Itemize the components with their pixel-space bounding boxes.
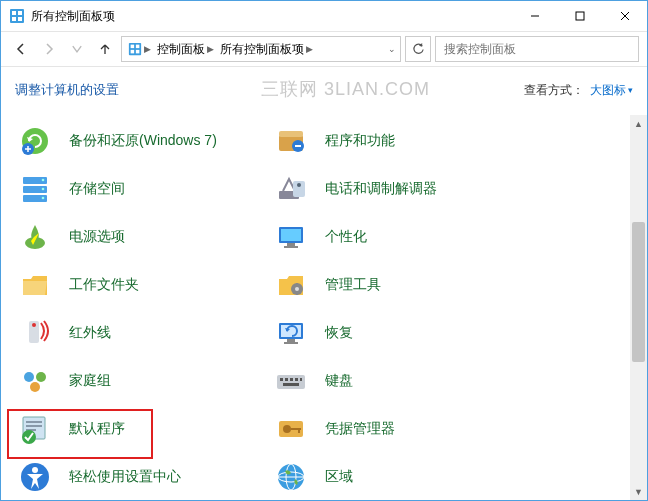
address-bar: ▶ 控制面板▶ 所有控制面板项▶ ⌄: [1, 31, 647, 67]
svg-rect-49: [277, 375, 305, 389]
cp-item-workfolders[interactable]: 工作文件夹: [15, 265, 139, 305]
homegroup-icon: [15, 361, 55, 401]
workfolders-icon: [15, 265, 55, 305]
maximize-button[interactable]: [557, 1, 602, 31]
svg-rect-52: [290, 378, 293, 381]
cp-item-personalize[interactable]: 个性化: [271, 217, 367, 257]
cp-item-power[interactable]: 电源选项: [15, 217, 125, 257]
svg-rect-57: [26, 421, 42, 423]
minimize-button[interactable]: [512, 1, 557, 31]
scroll-down-arrow[interactable]: ▼: [630, 483, 647, 500]
up-button[interactable]: [93, 37, 117, 61]
view-by-label: 查看方式：: [524, 82, 584, 99]
svg-rect-53: [295, 378, 298, 381]
cp-item-programs[interactable]: 程序和功能: [271, 121, 395, 161]
svg-rect-10: [131, 45, 135, 49]
cp-item-label: 电源选项: [69, 228, 125, 246]
cp-item-credentials[interactable]: 凭据管理器: [271, 409, 395, 449]
page-title: 调整计算机的设置: [15, 81, 524, 99]
cp-item-homegroup[interactable]: 家庭组: [15, 361, 111, 401]
control-panel-icon: [9, 8, 25, 24]
cp-item-label: 管理工具: [325, 276, 381, 294]
vertical-scrollbar[interactable]: ▲ ▼: [630, 115, 647, 500]
cp-item-ease[interactable]: 轻松使用设置中心: [15, 457, 181, 497]
cp-item-infrared[interactable]: 红外线: [15, 313, 111, 353]
cp-item-recovery[interactable]: 恢复: [271, 313, 353, 353]
svg-point-62: [283, 425, 291, 433]
svg-point-47: [36, 372, 46, 382]
control-panel-window: 所有控制面板项 ▶ 控制面板▶ 所有控制面板项▶ ⌄ 三联网 3LIAN.COM: [0, 0, 648, 501]
infrared-icon: [15, 313, 55, 353]
svg-rect-11: [136, 45, 140, 49]
breadcrumb-seg-control-panel[interactable]: 控制面板▶: [155, 41, 216, 58]
close-button[interactable]: [602, 1, 647, 31]
svg-rect-37: [299, 288, 302, 290]
view-by-select[interactable]: 大图标▾: [590, 82, 633, 99]
cp-item-keyboard[interactable]: 键盘: [271, 361, 353, 401]
breadcrumb-dropdown-icon[interactable]: ⌄: [388, 44, 396, 54]
svg-rect-58: [26, 425, 42, 427]
cp-item-label: 默认程序: [69, 420, 125, 438]
cp-item-label: 轻松使用设置中心: [69, 468, 181, 486]
breadcrumb-seg-all-items[interactable]: 所有控制面板项▶: [218, 41, 315, 58]
search-input[interactable]: [435, 36, 639, 62]
window-buttons: [512, 1, 647, 31]
cp-item-label: 凭据管理器: [325, 420, 395, 438]
svg-point-46: [24, 372, 34, 382]
svg-point-66: [32, 467, 38, 473]
keyboard-icon: [271, 361, 311, 401]
search-field[interactable]: [442, 41, 632, 57]
cp-item-region[interactable]: 区域: [271, 457, 353, 497]
scroll-up-arrow[interactable]: ▲: [630, 115, 647, 132]
svg-rect-17: [279, 131, 303, 137]
content-header: 三联网 3LIAN.COM 调整计算机的设置 查看方式： 大图标▾: [1, 67, 647, 107]
svg-rect-31: [281, 229, 301, 241]
cp-item-label: 红外线: [69, 324, 111, 342]
svg-rect-12: [131, 50, 135, 54]
cp-item-admintools[interactable]: 管理工具: [271, 265, 381, 305]
region-icon: [271, 457, 311, 497]
power-icon: [15, 217, 55, 257]
defaults-icon: [15, 409, 55, 449]
svg-rect-44: [287, 339, 295, 342]
svg-point-25: [42, 197, 45, 200]
recent-dropdown[interactable]: [65, 37, 89, 61]
cp-item-label: 恢复: [325, 324, 353, 342]
scroll-thumb[interactable]: [632, 222, 645, 362]
svg-point-41: [32, 323, 36, 327]
back-button[interactable]: [9, 37, 33, 61]
cp-item-label: 存储空间: [69, 180, 125, 198]
svg-rect-51: [285, 378, 288, 381]
breadcrumb-root-icon[interactable]: ▶: [126, 42, 153, 56]
svg-rect-13: [136, 50, 140, 54]
window-title: 所有控制面板项: [31, 8, 512, 25]
svg-rect-6: [576, 12, 584, 20]
cp-item-backup[interactable]: 备份和还原(Windows 7): [15, 121, 217, 161]
svg-point-48: [30, 382, 40, 392]
svg-point-23: [42, 179, 45, 182]
svg-rect-4: [18, 17, 22, 21]
breadcrumb[interactable]: ▶ 控制面板▶ 所有控制面板项▶ ⌄: [121, 36, 401, 62]
svg-rect-1: [12, 11, 16, 15]
cp-item-label: 工作文件夹: [69, 276, 139, 294]
cp-item-label: 区域: [325, 468, 353, 486]
svg-rect-19: [295, 145, 301, 147]
ease-icon: [15, 457, 55, 497]
cp-item-defaults[interactable]: 默认程序: [15, 409, 125, 449]
svg-rect-50: [280, 378, 283, 381]
cp-item-label: 个性化: [325, 228, 367, 246]
scroll-track[interactable]: [630, 132, 647, 483]
cp-item-modem[interactable]: 电话和调制解调器: [271, 169, 437, 209]
cp-item-storage[interactable]: 存储空间: [15, 169, 125, 209]
storage-icon: [15, 169, 55, 209]
svg-rect-36: [292, 288, 295, 290]
cp-item-label: 备份和还原(Windows 7): [69, 132, 217, 150]
svg-rect-2: [18, 11, 22, 15]
view-by-control: 查看方式： 大图标▾: [524, 82, 633, 99]
admintools-icon: [271, 265, 311, 305]
forward-button[interactable]: [37, 37, 61, 61]
svg-point-35: [295, 287, 299, 291]
refresh-button[interactable]: [405, 36, 431, 62]
titlebar: 所有控制面板项: [1, 1, 647, 31]
backup-icon: [15, 121, 55, 161]
